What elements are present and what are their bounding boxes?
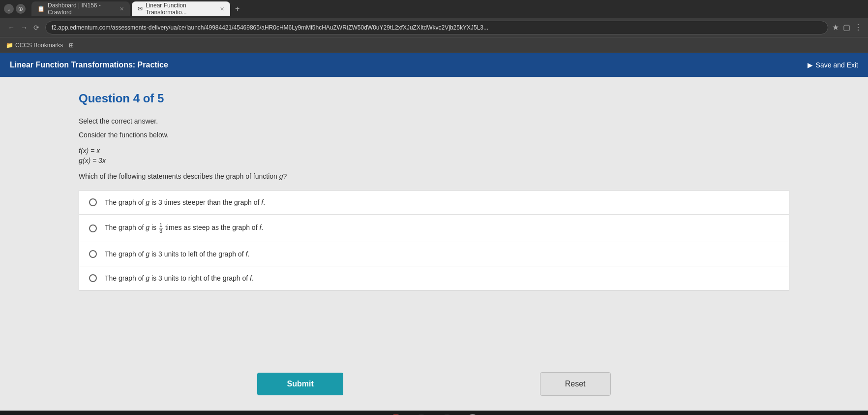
save-exit-button[interactable]: ▶ Save and Exit (808, 61, 858, 69)
app-header: Linear Function Transformations: Practic… (0, 53, 868, 77)
tab-label-dashboard: Dashboard | IN156 - Crawford (48, 2, 117, 16)
answer-options: The graph of g is 3 times steeper than t… (79, 190, 789, 290)
tab-close-linear[interactable]: ✕ (220, 6, 224, 12)
tab-controls: ⌄ ⦿ (4, 4, 26, 14)
question-number: Question 4 of 5 (79, 92, 789, 105)
radio-b[interactable] (89, 224, 97, 232)
apps-icon[interactable]: ⊞ (69, 42, 74, 49)
bookmarks-folder[interactable]: 📁 CCCS Bookmarks (6, 42, 63, 49)
buttons-area: Submit Reset (0, 362, 868, 411)
question-text: Which of the following statements descri… (79, 172, 789, 180)
nav-buttons: ← → ⟳ (6, 22, 41, 33)
function1: f(x) = x (79, 147, 789, 155)
app-title: Linear Function Transformations: Practic… (10, 61, 168, 69)
bookmarks-label: CCCS Bookmarks (15, 42, 63, 49)
window-control-chevron[interactable]: ⌄ (4, 4, 14, 14)
window-pin-btn[interactable]: ⦿ (16, 4, 26, 14)
instruction-text: Select the correct answer. (79, 117, 789, 125)
answer-option-a[interactable]: The graph of g is 3 times steeper than t… (79, 191, 789, 215)
function2: g(x) = 3x (79, 157, 789, 164)
option-text-d: The graph of g is 3 units to right of th… (105, 274, 254, 282)
tab-search-icon[interactable]: ▢ (843, 23, 850, 32)
bookmark-star-icon[interactable]: ★ (832, 23, 839, 32)
refresh-button[interactable]: ⟳ (31, 22, 41, 33)
answer-option-d[interactable]: The graph of g is 3 units to right of th… (79, 266, 789, 290)
taskbar: Desk 1 > (0, 411, 868, 415)
tab-dashboard[interactable]: 📋 Dashboard | IN156 - Crawford ✕ (31, 1, 130, 16)
bookmarks-bar: 📁 CCCS Bookmarks ⊞ (0, 37, 868, 53)
save-exit-icon: ▶ (808, 61, 813, 69)
submit-button[interactable]: Submit (257, 373, 343, 395)
folder-icon: 📁 (6, 42, 13, 49)
new-tab-button[interactable]: + (232, 4, 242, 13)
tab-linear[interactable]: ✉ Linear Function Transformatio... ✕ (132, 1, 230, 16)
radio-d[interactable] (89, 274, 97, 282)
address-bar: ← → ⟳ ★ ▢ ⋮ (0, 18, 868, 37)
tab-favicon-linear: ✉ (138, 5, 143, 12)
address-input[interactable] (45, 21, 828, 34)
context-text: Consider the functions below. (79, 131, 789, 139)
menu-icon[interactable]: ⋮ (854, 23, 862, 32)
radio-a[interactable] (89, 198, 97, 206)
tab-close-dashboard[interactable]: ✕ (120, 6, 124, 12)
option-text-a: The graph of g is 3 times steeper than t… (105, 198, 265, 206)
tab-bar: ⌄ ⦿ 📋 Dashboard | IN156 - Crawford ✕ ✉ L… (0, 0, 868, 18)
answer-option-b[interactable]: The graph of g is 13 times as steep as t… (79, 215, 789, 242)
option-text-c: The graph of g is 3 units to left of the… (105, 250, 249, 258)
radio-c[interactable] (89, 250, 97, 258)
reset-button[interactable]: Reset (540, 372, 611, 396)
functions-container: f(x) = x g(x) = 3x (79, 147, 789, 164)
back-button[interactable]: ← (6, 22, 17, 33)
save-exit-label: Save and Exit (816, 61, 858, 69)
address-actions: ★ ▢ ⋮ (832, 23, 862, 32)
tab-favicon-dashboard: 📋 (37, 5, 45, 12)
main-content: Question 4 of 5 Select the correct answe… (0, 77, 868, 362)
browser-chrome: ⌄ ⦿ 📋 Dashboard | IN156 - Crawford ✕ ✉ L… (0, 0, 868, 53)
forward-button[interactable]: → (19, 22, 30, 33)
tab-label-linear: Linear Function Transformatio... (146, 2, 217, 16)
option-text-b: The graph of g is 13 times as steep as t… (105, 223, 263, 234)
answer-option-c[interactable]: The graph of g is 3 units to left of the… (79, 242, 789, 266)
